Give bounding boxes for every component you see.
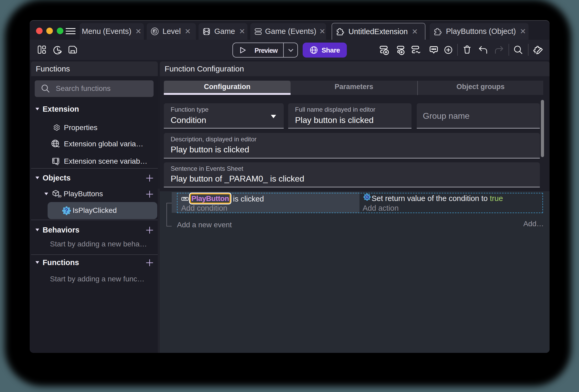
svg-text:?: ?	[64, 207, 68, 214]
svg-text:2D: 2D	[58, 195, 62, 198]
